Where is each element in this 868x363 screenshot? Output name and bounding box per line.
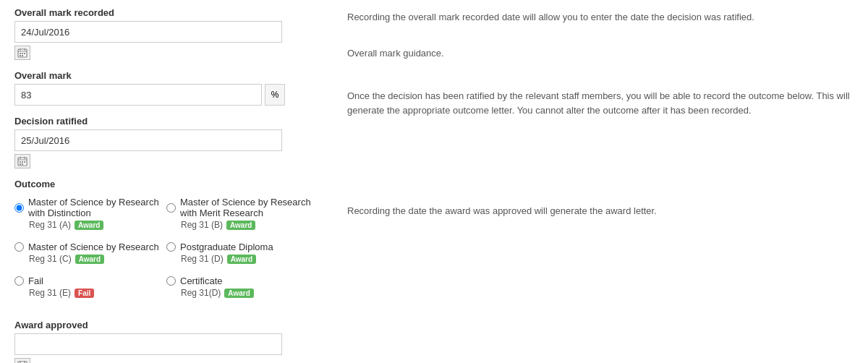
outcome-cert-row: Certificate xyxy=(166,276,318,286)
outcome-distinction-reg: Reg 31 (A) xyxy=(29,220,71,230)
outcome-fail-reg: Reg 31 (E) xyxy=(29,288,71,298)
outcome-merit-radio[interactable] xyxy=(166,203,176,213)
svg-rect-17 xyxy=(22,163,23,165)
award-approved-input[interactable] xyxy=(14,333,282,355)
outcome-distinction-name: Master of Science by Research with Disti… xyxy=(28,197,166,218)
svg-rect-14 xyxy=(22,161,23,163)
overall-mark-recorded-group: Overall mark recorded xyxy=(14,7,318,60)
info-block-4: Recording the date the award was approve… xyxy=(347,204,854,218)
info-text-4: Recording the date the award was approve… xyxy=(347,204,854,218)
outcome-pgdip-reg: Reg 31 (D) xyxy=(181,254,224,264)
outcome-pgdip-row: Postgraduate Diploma xyxy=(166,242,318,252)
overall-mark-label: Overall mark xyxy=(14,70,318,81)
decision-ratified-input-row xyxy=(14,129,318,151)
percent-button[interactable]: % xyxy=(265,84,285,106)
info-text-1: Recording the overall mark recorded date… xyxy=(347,10,854,25)
decision-ratified-input[interactable] xyxy=(14,129,282,151)
outcome-grid: Master of Science by Research with Disti… xyxy=(14,197,318,309)
outcome-item-merit: Master of Science by Research with Merit… xyxy=(166,197,318,230)
outcome-merit-meta: Reg 31 (B) Award xyxy=(181,220,318,230)
svg-rect-6 xyxy=(24,53,25,54)
svg-rect-16 xyxy=(20,163,21,165)
outcome-msc-research-name: Master of Science by Research xyxy=(28,242,159,252)
outcome-fail-name: Fail xyxy=(28,276,43,286)
outcome-distinction-badge: Award xyxy=(75,221,103,230)
outcome-distinction-row: Master of Science by Research with Disti… xyxy=(14,197,166,218)
overall-mark-input[interactable] xyxy=(14,84,262,106)
outcome-cert-radio[interactable] xyxy=(166,276,176,286)
outcome-item-distinction: Master of Science by Research with Disti… xyxy=(14,197,166,230)
outcome-msc-research-meta: Reg 31 (C) Award xyxy=(29,254,166,264)
overall-mark-recorded-label: Overall mark recorded xyxy=(14,7,318,18)
outcome-fail-badge: Fail xyxy=(75,289,94,298)
award-approved-label: Award approved xyxy=(14,320,318,330)
decision-ratified-label: Decision ratified xyxy=(14,116,318,127)
overall-mark-recorded-input[interactable] xyxy=(14,21,282,43)
outcome-right-col: Master of Science by Research with Merit… xyxy=(166,197,318,309)
outcome-distinction-meta: Reg 31 (A) Award xyxy=(29,220,166,230)
outcome-left-col: Master of Science by Research with Disti… xyxy=(14,197,166,309)
right-column: Recording the overall mark recorded date… xyxy=(347,7,854,363)
outcome-fail-radio[interactable] xyxy=(14,276,24,286)
info-text-3: Once the decision has been ratified by t… xyxy=(347,89,854,117)
outcome-merit-row: Master of Science by Research with Merit… xyxy=(166,197,318,218)
info-text-2: Overall mark guidance. xyxy=(347,46,854,61)
outcome-item-cert: Certificate Reg 31(D) Award xyxy=(166,276,318,298)
decision-ratified-calendar-icon[interactable] xyxy=(14,154,30,168)
outcome-distinction-radio[interactable] xyxy=(14,203,24,213)
outcome-fail-meta: Reg 31 (E) Fail xyxy=(29,288,166,298)
outcome-item-fail: Fail Reg 31 (E) Fail xyxy=(14,276,166,298)
outcome-msc-research-reg: Reg 31 (C) xyxy=(29,254,72,264)
outcome-cert-reg: Reg 31(D) xyxy=(181,288,221,298)
svg-rect-8 xyxy=(22,55,23,56)
overall-mark-recorded-calendar-icon[interactable] xyxy=(14,46,30,60)
outcome-merit-badge: Award xyxy=(226,221,255,230)
overall-mark-recorded-input-row xyxy=(14,21,318,43)
outcome-msc-research-radio[interactable] xyxy=(14,242,24,252)
outcome-pgdip-name: Postgraduate Diploma xyxy=(180,242,273,252)
outcome-group: Outcome Master of Science by Research wi… xyxy=(14,179,318,309)
outcome-cert-badge: Award xyxy=(224,289,253,298)
info-block-2: Overall mark guidance. xyxy=(347,46,854,61)
svg-rect-13 xyxy=(20,161,21,163)
decision-ratified-group: Decision ratified xyxy=(14,116,318,168)
outcome-pgdip-radio[interactable] xyxy=(166,242,176,252)
overall-mark-group: Overall mark % xyxy=(14,70,318,106)
outcome-msc-research-badge: Award xyxy=(75,255,104,264)
outcome-pgdip-badge: Award xyxy=(227,255,256,264)
outcome-merit-reg: Reg 31 (B) xyxy=(181,220,223,230)
left-column: Overall mark recorded Ov xyxy=(14,7,318,363)
outcome-merit-name: Master of Science by Research with Merit… xyxy=(180,197,318,218)
outcome-item-pgdip: Postgraduate Diploma Reg 31 (D) Award xyxy=(166,242,318,264)
outcome-item-msc-research: Master of Science by Research Reg 31 (C)… xyxy=(14,242,166,264)
info-block-1: Recording the overall mark recorded date… xyxy=(347,10,854,25)
outcome-fail-row: Fail xyxy=(14,276,166,286)
outcome-cert-meta: Reg 31(D) Award xyxy=(181,288,318,298)
outcome-msc-research-row: Master of Science by Research xyxy=(14,242,166,252)
svg-rect-7 xyxy=(20,55,21,56)
outcome-pgdip-meta: Reg 31 (D) Award xyxy=(181,254,318,264)
award-approved-group: Award approved xyxy=(14,320,318,363)
info-block-3: Once the decision has been ratified by t… xyxy=(347,89,854,117)
svg-rect-5 xyxy=(22,53,23,54)
award-approved-input-row xyxy=(14,333,318,355)
award-approved-calendar-icon[interactable] xyxy=(14,358,30,363)
svg-rect-15 xyxy=(24,161,25,163)
overall-mark-input-row: % xyxy=(14,84,318,106)
outcome-cert-name: Certificate xyxy=(180,276,223,286)
outcome-label: Outcome xyxy=(14,179,318,189)
svg-rect-4 xyxy=(20,53,21,54)
